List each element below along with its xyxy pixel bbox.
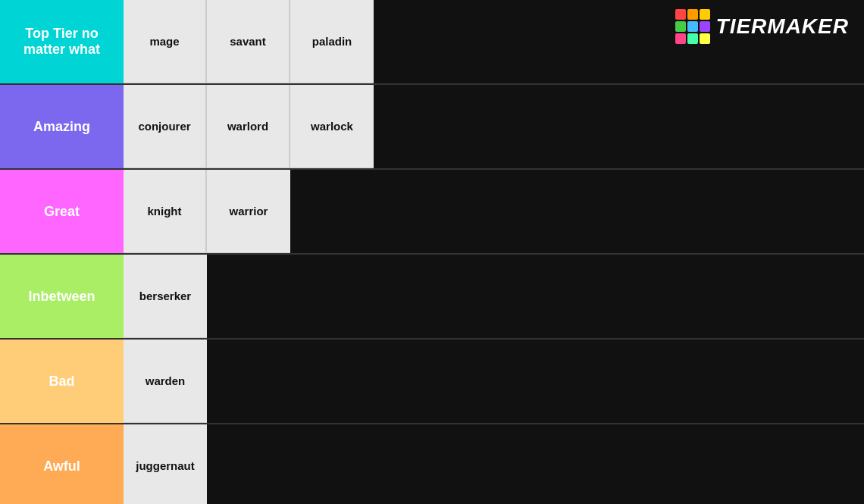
tier-label-bad: Bad bbox=[0, 340, 124, 423]
tier-row-amazing: Amazingconjourerwarlordwarlock bbox=[0, 85, 864, 170]
tiers-area: Top Tier no matter whatmagesavantpaladin… bbox=[0, 0, 864, 504]
tier-items-awful: juggernaut bbox=[124, 424, 864, 504]
logo-cell-1 bbox=[687, 9, 698, 20]
tier-item-juggernaut[interactable]: juggernaut bbox=[124, 424, 207, 504]
tier-row-great: Greatknightwarrior bbox=[0, 170, 864, 255]
tier-item-paladin[interactable]: paladin bbox=[290, 0, 374, 83]
logo-cell-6 bbox=[675, 33, 686, 44]
logo-cell-4 bbox=[687, 21, 698, 32]
logo-cell-7 bbox=[687, 33, 698, 44]
tier-item-berserker[interactable]: berserker bbox=[124, 255, 207, 338]
logo-cell-8 bbox=[700, 33, 710, 44]
tier-label-inbetween: Inbetween bbox=[0, 255, 124, 338]
logo-text: TiERMAKER bbox=[716, 14, 849, 39]
tier-label-top-tier: Top Tier no matter what bbox=[0, 0, 124, 83]
logo-grid-icon bbox=[675, 9, 710, 44]
tier-label-great: Great bbox=[0, 170, 124, 253]
tier-items-inbetween: berserker bbox=[124, 255, 864, 338]
logo-cell-2 bbox=[700, 9, 710, 20]
tier-item-savant[interactable]: savant bbox=[207, 0, 290, 83]
tier-item-warlock[interactable]: warlock bbox=[290, 85, 374, 168]
tiermaker-container: TiERMAKER Top Tier no matter whatmagesav… bbox=[0, 0, 864, 504]
tier-item-warden[interactable]: warden bbox=[124, 340, 207, 423]
tier-label-awful: Awful bbox=[0, 424, 124, 504]
tier-items-amazing: conjourerwarlordwarlock bbox=[124, 85, 864, 168]
logo-tier-text: TiERMAKER bbox=[716, 14, 849, 38]
logo: TiERMAKER bbox=[675, 9, 849, 44]
header: TiERMAKER bbox=[663, 3, 861, 50]
tier-items-bad: warden bbox=[124, 340, 864, 423]
tier-item-warlord[interactable]: warlord bbox=[207, 85, 290, 168]
tier-item-warrior[interactable]: warrior bbox=[207, 170, 290, 253]
logo-cell-0 bbox=[675, 9, 686, 20]
tier-item-conjourer[interactable]: conjourer bbox=[124, 85, 207, 168]
tier-item-knight[interactable]: knight bbox=[124, 170, 207, 253]
tier-item-mage[interactable]: mage bbox=[124, 0, 207, 83]
tier-label-amazing: Amazing bbox=[0, 85, 124, 168]
tier-row-awful: Awfuljuggernaut bbox=[0, 424, 864, 504]
tier-row-bad: Badwarden bbox=[0, 340, 864, 424]
tier-row-inbetween: Inbetweenberserker bbox=[0, 255, 864, 340]
logo-cell-3 bbox=[675, 21, 686, 32]
logo-cell-5 bbox=[700, 21, 710, 32]
tier-items-great: knightwarrior bbox=[124, 170, 864, 253]
